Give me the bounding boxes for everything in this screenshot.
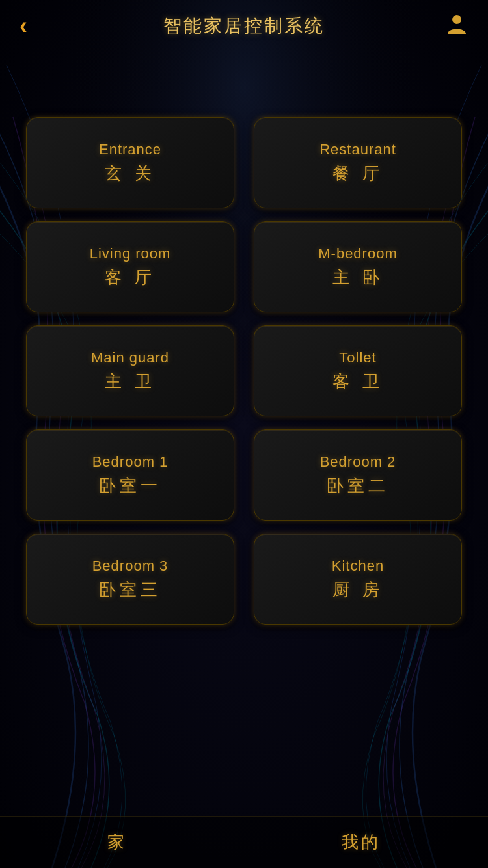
room-cn-tollet: 客 卫 (332, 370, 383, 393)
header: ‹ 智能家居控制系统 (0, 0, 488, 52)
room-grid: Entrance 玄 关 Restaurant 餐 厅 Living room … (0, 78, 488, 638)
room-btn-main-guard[interactable]: Main guard 主 卫 (26, 325, 234, 416)
room-btn-entrance[interactable]: Entrance 玄 关 (26, 117, 234, 208)
room-en-kitchen: Kitchen (332, 558, 384, 575)
room-btn-bedroom3[interactable]: Bedroom 3 卧室三 (26, 534, 234, 625)
user-icon[interactable] (445, 12, 468, 40)
room-cn-living-room: 客 厅 (105, 266, 155, 289)
room-cn-bedroom2: 卧室二 (327, 474, 389, 497)
room-cn-kitchen: 厨 房 (332, 578, 383, 601)
room-cn-bedroom3: 卧室三 (99, 578, 161, 601)
room-btn-living-room[interactable]: Living room 客 厅 (26, 221, 234, 312)
room-cn-main-guard: 主 卫 (105, 370, 155, 393)
room-cn-entrance: 玄 关 (105, 162, 155, 185)
room-en-bedroom2: Bedroom 2 (320, 454, 396, 470)
room-btn-bedroom2[interactable]: Bedroom 2 卧室二 (254, 429, 462, 521)
nav-item-mine[interactable]: 我的 (342, 831, 381, 854)
back-button[interactable]: ‹ (20, 14, 27, 38)
room-en-restaurant: Restaurant (319, 141, 396, 158)
page-title: 智能家居控制系统 (163, 14, 325, 38)
room-btn-bedroom1[interactable]: Bedroom 1 卧室一 (26, 429, 234, 521)
room-en-bedroom1: Bedroom 1 (92, 454, 169, 470)
room-en-tollet: Tollet (339, 349, 376, 366)
room-cn-bedroom1: 卧室一 (99, 474, 161, 497)
room-en-entrance: Entrance (99, 141, 161, 158)
bottom-nav: 家我的 (0, 816, 488, 868)
nav-item-home[interactable]: 家 (107, 831, 127, 854)
room-cn-restaurant: 餐 厅 (332, 162, 383, 185)
room-btn-tollet[interactable]: Tollet 客 卫 (254, 325, 462, 416)
room-cn-m-bedroom: 主 卧 (332, 266, 383, 289)
room-en-bedroom3: Bedroom 3 (92, 558, 169, 575)
room-btn-m-bedroom[interactable]: M-bedroom 主 卧 (254, 221, 462, 312)
room-en-main-guard: Main guard (91, 349, 169, 366)
svg-point-2 (452, 15, 461, 24)
room-btn-kitchen[interactable]: Kitchen 厨 房 (254, 534, 462, 625)
room-en-living-room: Living room (90, 245, 171, 262)
room-en-m-bedroom: M-bedroom (318, 245, 397, 262)
room-btn-restaurant[interactable]: Restaurant 餐 厅 (254, 117, 462, 208)
